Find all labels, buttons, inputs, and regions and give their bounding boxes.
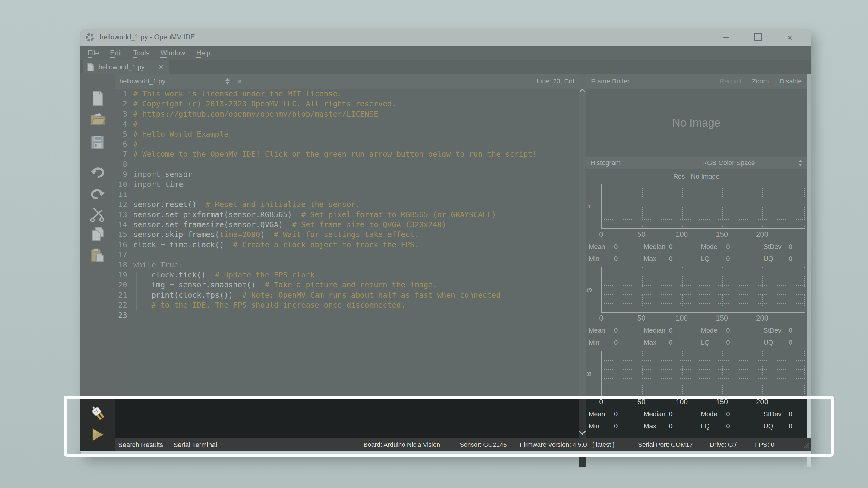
close-button[interactable]: × bbox=[783, 31, 797, 43]
code-line[interactable]: 16clock = time.clock() # Create a clock … bbox=[115, 240, 579, 250]
menu-item-window[interactable]: Window bbox=[160, 49, 185, 57]
code-line[interactable]: 18while True: bbox=[115, 260, 579, 270]
line-number: 14 bbox=[115, 220, 127, 230]
code-line[interactable]: 14sensor.set_framesize(sensor.QVGA) # Se… bbox=[115, 220, 579, 230]
start-script-icon[interactable] bbox=[90, 427, 106, 443]
code-text: sensor.set_framesize(sensor.QVGA) # Set … bbox=[127, 220, 446, 230]
code-text: import sensor bbox=[127, 169, 192, 179]
line-number: 10 bbox=[115, 180, 127, 190]
stat-min: Min0 bbox=[589, 255, 618, 263]
line-number: 9 bbox=[115, 169, 127, 179]
code-text: # This work is licensed under the MIT li… bbox=[127, 89, 342, 99]
code-text: # Hello World Example bbox=[127, 129, 228, 139]
chevron-up-icon[interactable] bbox=[579, 89, 586, 95]
code-line[interactable]: 23 bbox=[115, 310, 579, 320]
stat-mode: Mode0 bbox=[701, 327, 730, 334]
channel-plot bbox=[601, 184, 805, 229]
code-line[interactable]: 13sensor.set_pixformat(sensor.RGB565) # … bbox=[115, 210, 579, 220]
minimize-button[interactable] bbox=[719, 31, 733, 43]
menu-item-edit[interactable]: Edit bbox=[110, 49, 122, 57]
sensor-status: Sensor: GC2145 bbox=[460, 441, 507, 448]
code-line[interactable]: 19 clock.tick() # Update the FPS clock. bbox=[115, 270, 579, 280]
tab-helloworld[interactable]: helloworld_1.py × bbox=[83, 60, 169, 74]
code-text: sensor.set_pixformat(sensor.RGB565) # Se… bbox=[127, 210, 496, 220]
x-axis-ticks: 050100150200 bbox=[601, 314, 805, 324]
cursor-position: Line: 23, Col: 1 bbox=[537, 77, 581, 85]
code-line[interactable]: 15sensor.skip_frames(time=2000) # Wait f… bbox=[115, 230, 579, 239]
cut-icon[interactable] bbox=[90, 206, 106, 223]
code-editor[interactable]: 1# This work is licensed under the MIT l… bbox=[115, 89, 579, 398]
stat-max: Max0 bbox=[644, 338, 673, 347]
menu-item-file[interactable]: File bbox=[88, 49, 99, 57]
code-line[interactable]: 9import sensor bbox=[115, 169, 579, 179]
new-file-icon[interactable] bbox=[90, 90, 106, 106]
code-line[interactable]: 20 img = sensor.snapshot() # Take a pict… bbox=[115, 280, 579, 290]
file-switcher-spinner-icon[interactable] bbox=[225, 78, 230, 85]
line-number: 21 bbox=[115, 290, 127, 300]
code-line[interactable]: 17 bbox=[115, 250, 579, 260]
disable-button[interactable]: Disable bbox=[780, 77, 802, 85]
color-space-spinner-icon[interactable] bbox=[798, 160, 802, 166]
code-line[interactable]: 1# This work is licensed under the MIT l… bbox=[115, 89, 579, 99]
serial-port-status: Serial Port: COM17 bbox=[638, 441, 693, 448]
line-number: 2 bbox=[115, 99, 127, 109]
tab-serial-terminal[interactable]: Serial Terminal bbox=[173, 441, 217, 449]
tab-close-icon[interactable]: × bbox=[159, 62, 169, 72]
line-number: 13 bbox=[115, 210, 127, 220]
channel-plot bbox=[601, 351, 805, 396]
code-text: clock = time.clock() # Create a clock ob… bbox=[127, 240, 419, 250]
code-line[interactable]: 22 # to the IDE. The FPS should increase… bbox=[115, 300, 579, 310]
editor-header: helloworld_1.py × Line: 23, Col: 1 bbox=[115, 74, 586, 89]
stat-min: Min0 bbox=[589, 338, 618, 347]
zoom-button[interactable]: Zoom bbox=[752, 77, 769, 85]
line-number: 5 bbox=[115, 129, 127, 139]
code-text bbox=[127, 250, 133, 260]
camera-shutter-icon bbox=[85, 33, 94, 42]
code-text: # Copyright (c) 2013-2023 OpenMV LLC. Al… bbox=[127, 99, 396, 109]
no-image-placeholder: No Image bbox=[672, 117, 720, 129]
chevron-down-icon[interactable] bbox=[579, 428, 586, 435]
stat-lq: LQ0 bbox=[701, 255, 730, 263]
maximize-button[interactable] bbox=[751, 31, 765, 43]
code-line[interactable]: 8 bbox=[115, 159, 579, 169]
connect-icon[interactable] bbox=[90, 404, 106, 421]
code-line[interactable]: 21 print(clock.fps()) # Note: OpenMV Cam… bbox=[115, 290, 579, 300]
copy-icon[interactable] bbox=[90, 226, 106, 242]
code-line[interactable]: 2# Copyright (c) 2013-2023 OpenMV LLC. A… bbox=[115, 99, 579, 109]
paste-icon[interactable] bbox=[90, 248, 106, 264]
code-line[interactable]: 5# Hello World Example bbox=[115, 129, 579, 139]
line-number: 7 bbox=[115, 149, 127, 159]
channel-stats-row: Mean0Median0Mode0StDev0 bbox=[589, 327, 804, 337]
line-number: 1 bbox=[115, 89, 127, 99]
tab-label: helloworld_1.py bbox=[98, 63, 145, 71]
code-line[interactable]: 3# https://github.com/openmv/openmv/blob… bbox=[115, 109, 579, 119]
channel-label: B bbox=[585, 372, 593, 376]
line-number: 15 bbox=[115, 230, 127, 239]
code-line[interactable]: 7# Welcome to the OpenMV IDE! Click on t… bbox=[115, 149, 579, 159]
redo-icon[interactable] bbox=[90, 185, 106, 201]
code-line[interactable]: 12sensor.reset() # Reset and initialize … bbox=[115, 199, 579, 209]
editor-close-icon[interactable]: × bbox=[238, 77, 242, 86]
code-line[interactable]: 6# bbox=[115, 139, 579, 149]
panel-scrollbar[interactable] bbox=[807, 74, 811, 467]
open-file-icon[interactable] bbox=[90, 110, 106, 127]
menu-item-tools[interactable]: Tools bbox=[133, 49, 150, 57]
code-line[interactable]: 4# bbox=[115, 119, 579, 129]
firmware-status: Firmware Version: 4.5.0 - [ latest ] bbox=[520, 441, 615, 448]
stat-uq: UQ0 bbox=[764, 255, 792, 263]
resize-grip[interactable] bbox=[801, 440, 809, 450]
code-line[interactable]: 11 bbox=[115, 190, 579, 199]
save-file-icon[interactable] bbox=[90, 134, 106, 150]
undo-icon[interactable] bbox=[90, 163, 106, 179]
title-bar[interactable]: helloworld_1.py - OpenMV IDE × bbox=[81, 29, 811, 46]
menu-item-help[interactable]: Help bbox=[196, 49, 210, 57]
editor-scrollbar[interactable] bbox=[579, 74, 586, 467]
line-number: 23 bbox=[115, 310, 127, 320]
frame-buffer-header: Frame Buffer RecordZoomDisable bbox=[586, 74, 807, 89]
window-controls: × bbox=[719, 31, 811, 43]
line-number: 22 bbox=[115, 300, 127, 310]
code-line[interactable]: 10import time bbox=[115, 180, 579, 190]
color-space-select[interactable]: RGB Color Space bbox=[702, 159, 755, 167]
tab-search-results[interactable]: Search Results bbox=[118, 441, 163, 449]
line-number: 4 bbox=[115, 119, 127, 129]
